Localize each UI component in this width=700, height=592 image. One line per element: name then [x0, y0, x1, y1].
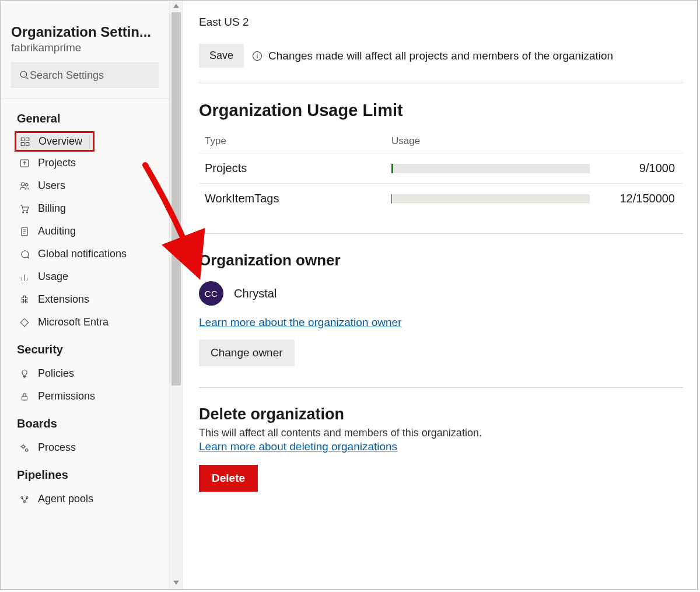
learn-delete-link[interactable]: Learn more about deleting organizations [199, 440, 397, 453]
owner-name: Chrystal [234, 287, 276, 300]
sidebar-item-label: Projects [38, 157, 76, 169]
group-security: Security [1, 336, 169, 362]
sidebar-item-label: Billing [38, 202, 66, 215]
sidebar-item-projects[interactable]: Projects [1, 152, 169, 174]
svg-point-0 [20, 71, 27, 78]
usage-type: WorkItemTags [205, 192, 391, 205]
svg-rect-5 [26, 142, 29, 145]
svg-point-10 [23, 211, 24, 212]
document-icon [19, 226, 30, 237]
col-type: Type [205, 135, 391, 147]
info-icon [252, 51, 262, 61]
puzzle-icon [19, 295, 30, 305]
search-input[interactable] [30, 69, 165, 82]
search-icon [19, 70, 30, 80]
svg-point-9 [26, 183, 29, 186]
owner-heading: Organization owner [199, 251, 683, 269]
svg-rect-20 [22, 396, 27, 400]
delete-button[interactable]: Delete [199, 465, 258, 492]
usage-type: Projects [205, 162, 391, 175]
sidebar-item-overview[interactable]: Overview [15, 131, 94, 152]
sidebar-item-users[interactable]: Users [1, 174, 169, 197]
cart-icon [19, 204, 30, 214]
sidebar-item-label: Usage [38, 271, 68, 283]
divider [1, 99, 169, 99]
sidebar-item-label: Process [38, 442, 76, 454]
users-icon [19, 181, 30, 191]
svg-point-28 [26, 496, 28, 498]
bulb-icon [19, 369, 30, 379]
svg-point-22 [26, 449, 29, 451]
avatar: CC [199, 281, 223, 306]
group-pipelines: Pipelines [1, 461, 169, 488]
sidebar-item-label: Auditing [38, 225, 76, 237]
sidebar-item-agent-pools[interactable]: Agent pools [1, 488, 169, 510]
sidebar-item-label: Overview [38, 135, 82, 148]
sidebar-item-entra[interactable]: Microsoft Entra [1, 311, 169, 334]
sidebar-item-label: Policies [38, 367, 74, 380]
search-settings[interactable] [11, 62, 159, 88]
sidebar-item-extensions[interactable]: Extensions [1, 288, 169, 311]
col-usage: Usage [391, 135, 590, 147]
usage-value: 9/1000 [590, 162, 677, 175]
svg-point-36 [257, 53, 257, 54]
pool-icon [19, 494, 30, 505]
svg-point-27 [21, 496, 23, 498]
learn-owner-link[interactable]: Learn more about the organization owner [199, 316, 402, 329]
sidebar-item-label: Microsoft Entra [38, 316, 108, 328]
sidebar-item-billing[interactable]: Billing [1, 197, 169, 220]
usage-value: 12/150000 [590, 192, 677, 205]
svg-point-29 [24, 501, 26, 503]
svg-rect-4 [21, 142, 24, 145]
svg-marker-33 [173, 580, 179, 584]
usage-row: Projects 9/1000 [199, 153, 683, 183]
svg-line-31 [24, 498, 27, 501]
sidebar-item-label: Extensions [38, 293, 89, 306]
sidebar-item-auditing[interactable]: Auditing [1, 220, 169, 243]
upload-box-icon [19, 158, 30, 169]
usage-row: WorkItemTags 12/150000 [199, 183, 683, 213]
region-label: East US 2 [199, 16, 683, 29]
scrollbar[interactable] [170, 1, 183, 589]
group-general: General [1, 105, 169, 131]
svg-point-11 [26, 211, 27, 212]
svg-point-21 [22, 445, 25, 448]
svg-point-8 [21, 183, 24, 186]
org-name: fabrikamprime [11, 41, 159, 54]
usage-table: Type Usage Projects 9/1000 WorkItemTags … [199, 132, 683, 213]
sidebar-item-permissions[interactable]: Permissions [1, 385, 169, 408]
usage-heading: Organization Usage Limit [199, 101, 683, 120]
grid-icon [20, 136, 30, 147]
usage-bar [391, 194, 590, 204]
delete-text: This will affect all contents and member… [199, 427, 683, 439]
group-boards: Boards [1, 410, 169, 436]
sidebar-item-usage[interactable]: Usage [1, 265, 169, 288]
svg-marker-32 [173, 3, 179, 8]
sidebar-item-label: Agent pools [38, 493, 93, 505]
svg-marker-19 [20, 318, 29, 327]
bar-chart-icon [19, 272, 30, 282]
scroll-up-icon[interactable] [172, 2, 181, 10]
chat-icon [19, 249, 30, 260]
save-note-text: Changes made will affect all projects an… [268, 50, 613, 62]
sidebar: Organization Settin... fabrikamprime Gen… [1, 1, 170, 589]
sidebar-item-policies[interactable]: Policies [1, 362, 169, 385]
main-content: East US 2 Save Changes made will affect … [183, 1, 697, 589]
scroll-down-icon[interactable] [172, 579, 181, 587]
change-owner-button[interactable]: Change owner [199, 339, 295, 366]
sidebar-item-notifications[interactable]: Global notifications [1, 243, 169, 265]
svg-line-30 [22, 498, 25, 501]
sidebar-item-process[interactable]: Process [1, 436, 169, 459]
svg-line-1 [26, 76, 29, 79]
usage-bar [391, 164, 590, 173]
lock-icon [19, 391, 30, 402]
diamond-icon [19, 317, 30, 328]
sidebar-item-label: Permissions [38, 390, 95, 402]
gears-icon [19, 443, 30, 453]
svg-rect-2 [21, 138, 24, 141]
page-title: Organization Settin... [11, 24, 159, 40]
scroll-thumb[interactable] [172, 12, 181, 386]
svg-rect-3 [26, 138, 29, 141]
save-button[interactable]: Save [199, 44, 244, 68]
sidebar-item-label: Global notifications [38, 248, 127, 260]
